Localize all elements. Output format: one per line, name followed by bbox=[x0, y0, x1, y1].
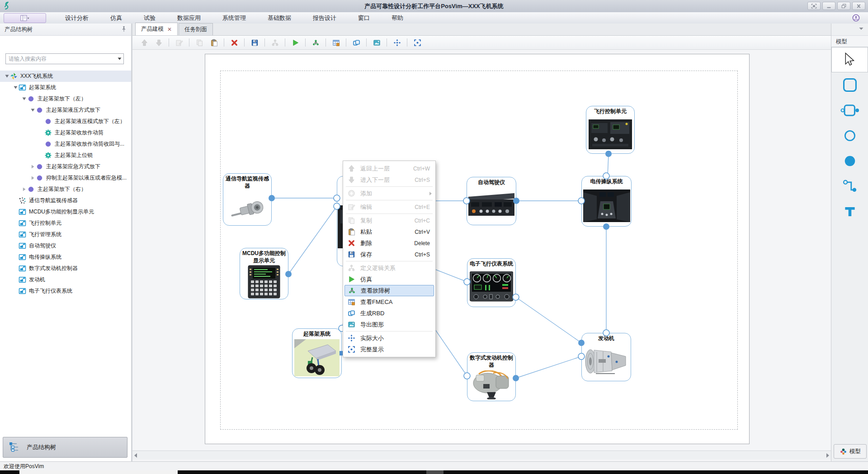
context-menu-item[interactable]: 实际大小 bbox=[343, 332, 435, 344]
text-tool[interactable] bbox=[831, 199, 868, 224]
context-menu-item[interactable]: 仿真 bbox=[343, 274, 435, 285]
tree-item[interactable]: 数字式发动机控制器 bbox=[0, 263, 131, 274]
expander-closed-icon[interactable] bbox=[21, 186, 27, 193]
rect-ports-tool[interactable] bbox=[831, 98, 868, 123]
tree-item[interactable]: 主起落架收放作动筒收回与... bbox=[0, 138, 131, 150]
diagram-node-gear[interactable]: 起落架系统 bbox=[292, 328, 342, 378]
expander-open-icon[interactable] bbox=[21, 96, 27, 102]
tree-item[interactable]: 起落架系统 bbox=[0, 82, 131, 93]
horizontal-scrollbar[interactable] bbox=[132, 450, 831, 460]
diagram-node-efis[interactable]: 电子飞行仪表系统 bbox=[467, 258, 516, 307]
context-menu-item[interactable]: 完整显示 bbox=[343, 344, 435, 355]
menu-item-8[interactable]: 帮助 bbox=[381, 12, 414, 24]
minimize-button[interactable] bbox=[822, 2, 835, 10]
tree-item[interactable]: 飞行管理系统 bbox=[0, 229, 131, 240]
tab-1[interactable]: 任务剖面 bbox=[179, 23, 213, 35]
tab-close-icon[interactable]: ✕ bbox=[167, 27, 172, 32]
tree-item[interactable]: 抑制主起落架以液压或者应急模... bbox=[0, 172, 131, 184]
paste-button[interactable] bbox=[208, 37, 220, 48]
cursor-tool[interactable] bbox=[831, 47, 868, 72]
arrow-down-button[interactable] bbox=[153, 37, 165, 48]
logic-button[interactable] bbox=[269, 37, 281, 48]
expander-closed-icon[interactable] bbox=[29, 164, 36, 170]
close-button[interactable] bbox=[852, 2, 865, 10]
expander-open-icon[interactable] bbox=[12, 85, 19, 91]
menu-item-7[interactable]: 窗口 bbox=[347, 12, 381, 24]
context-menu-item[interactable]: 返回上一层Ctrl+W bbox=[343, 163, 435, 174]
fullscreen-button[interactable] bbox=[807, 2, 821, 10]
expander-open-icon[interactable] bbox=[4, 73, 10, 80]
expander-closed-icon[interactable] bbox=[29, 175, 36, 181]
structure-tree-button[interactable]: 产品结构树 bbox=[3, 437, 127, 458]
diagram-node-comm[interactable]: 通信导航监视传感器 bbox=[223, 173, 272, 226]
edit-button[interactable] bbox=[173, 37, 185, 48]
tree-item[interactable]: 电传操纵系统 bbox=[0, 251, 131, 263]
context-menu-item[interactable]: 导出图形 bbox=[343, 319, 435, 330]
tree-item[interactable]: 电子飞行仪表系统 bbox=[0, 285, 131, 297]
menu-item-2[interactable]: 试验 bbox=[133, 12, 166, 24]
search-input[interactable] bbox=[6, 56, 115, 62]
diagram-canvas[interactable]: 飞行管理系统通信导航监视传感器MCDU多功能控制显示单元起落架系统自动驾驶仪飞行… bbox=[205, 54, 750, 444]
tree-item[interactable]: 自动驾驶仪 bbox=[0, 240, 131, 251]
rounded-rect-tool[interactable] bbox=[831, 72, 868, 98]
context-menu-item[interactable]: 粘贴Ctrl+V bbox=[343, 226, 435, 237]
diagram-node-fcu[interactable]: 飞行控制单元 bbox=[586, 106, 635, 154]
menu-item-4[interactable]: 系统管理 bbox=[212, 12, 257, 24]
circle-filled-tool[interactable] bbox=[831, 148, 868, 174]
tree-item[interactable]: 主起落架应急方式放下 bbox=[0, 161, 131, 172]
rbd-button[interactable] bbox=[350, 37, 362, 48]
context-menu-item[interactable]: 保存Ctrl+S bbox=[343, 249, 435, 260]
copy-button[interactable] bbox=[193, 37, 205, 48]
model-button[interactable]: 模型 bbox=[834, 444, 867, 459]
delete-button[interactable] bbox=[228, 37, 240, 48]
context-menu-item[interactable]: 添加 bbox=[343, 188, 435, 199]
scroll-left-icon[interactable] bbox=[134, 453, 137, 458]
connector-tool[interactable] bbox=[831, 174, 868, 199]
context-menu-item[interactable]: 进入下一层Ctrl+S bbox=[343, 174, 435, 185]
tab-0[interactable]: 产品建模✕ bbox=[135, 23, 178, 35]
context-menu-item[interactable]: 生成RBD bbox=[343, 308, 435, 319]
save-button[interactable] bbox=[249, 37, 260, 48]
context-menu-item[interactable]: 查看FMECA bbox=[343, 296, 435, 308]
diagram-node-engine[interactable]: 发动机 bbox=[581, 333, 631, 381]
restore-button[interactable] bbox=[837, 2, 850, 10]
app-menu-button[interactable] bbox=[4, 13, 46, 23]
context-menu-item[interactable]: 复制Ctrl+C bbox=[343, 215, 435, 226]
context-menu-item[interactable]: 查看故障树 bbox=[344, 285, 434, 296]
diagram-node-dec[interactable]: 数字式发动机控制器 bbox=[467, 352, 516, 401]
context-menu-item[interactable]: 定义逻辑关系 bbox=[343, 262, 435, 274]
tree-item[interactable]: 主起落架液压模式放下（左） bbox=[0, 116, 131, 127]
user-icon[interactable] bbox=[852, 14, 860, 22]
tree-item[interactable]: 飞行控制单元 bbox=[0, 218, 131, 229]
tree-item[interactable]: 发动机 bbox=[0, 274, 131, 285]
menu-item-6[interactable]: 报告设计 bbox=[302, 12, 347, 24]
fit-view-button[interactable] bbox=[411, 37, 423, 48]
tree-item[interactable]: 通信导航监视传感器 bbox=[0, 195, 131, 206]
tree-item[interactable]: MCDU多功能控制显示单元 bbox=[0, 206, 131, 218]
fault-tree-button[interactable] bbox=[310, 37, 321, 48]
tree-item[interactable]: 主起落架收放作动筒 bbox=[0, 127, 131, 138]
arrow-up-button[interactable] bbox=[138, 37, 150, 48]
pin-icon[interactable] bbox=[121, 26, 127, 32]
chevron-down-icon[interactable] bbox=[859, 27, 863, 30]
menu-item-1[interactable]: 仿真 bbox=[99, 12, 133, 24]
tree-item[interactable]: 主起落架放下（左） bbox=[0, 93, 131, 104]
context-menu-item[interactable]: 删除Delete bbox=[343, 237, 435, 249]
scroll-right-icon[interactable] bbox=[826, 453, 829, 458]
tree-item[interactable]: 主起落架放下（右） bbox=[0, 184, 131, 195]
chevron-down-icon[interactable] bbox=[115, 54, 123, 64]
fmeca-button[interactable] bbox=[330, 37, 342, 48]
context-menu-item[interactable]: 编辑Ctrl+E bbox=[343, 201, 435, 213]
expander-open-icon[interactable] bbox=[29, 107, 36, 114]
menu-item-5[interactable]: 基础数据 bbox=[257, 12, 302, 24]
menu-item-0[interactable]: 设计分析 bbox=[54, 12, 99, 24]
tree-item[interactable]: 主起落架上位锁 bbox=[0, 150, 131, 161]
export-image-button[interactable] bbox=[371, 37, 382, 48]
menu-item-3[interactable]: 数据应用 bbox=[166, 12, 212, 24]
diagram-node-fbw[interactable]: 电传操纵系统 bbox=[581, 176, 632, 227]
diagram-node-mcdu[interactable]: MCDU多功能控制显示单元 bbox=[240, 248, 288, 299]
search-combobox[interactable] bbox=[5, 53, 124, 64]
actual-size-button[interactable] bbox=[391, 37, 403, 48]
tree-item[interactable]: 主起落架液压方式放下 bbox=[0, 104, 131, 116]
play-button[interactable] bbox=[289, 37, 301, 48]
